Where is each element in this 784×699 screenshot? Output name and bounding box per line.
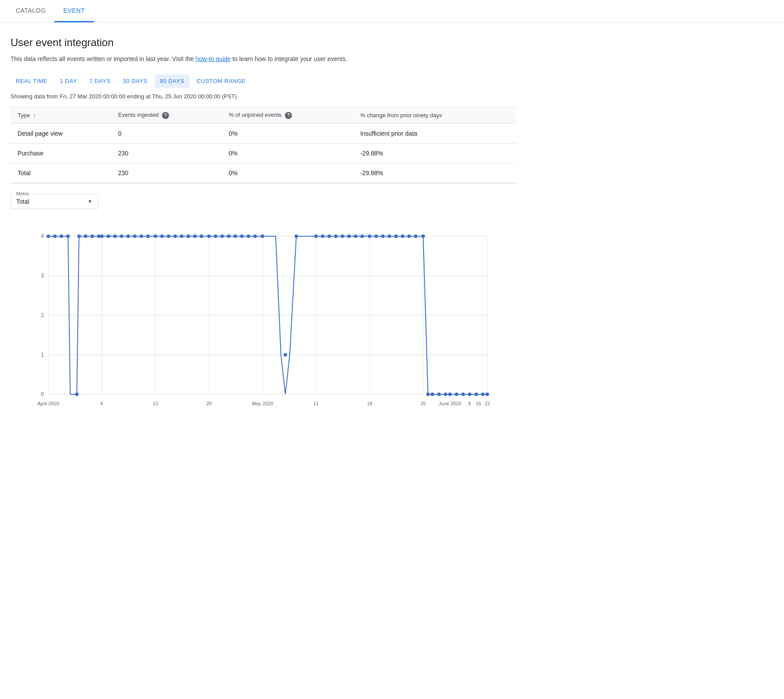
chart-dot bbox=[193, 234, 197, 238]
chart-dot bbox=[347, 234, 351, 238]
chart-dot bbox=[60, 234, 63, 238]
chart-dot bbox=[154, 234, 157, 238]
cell-change-0: Insufficient prior data bbox=[353, 123, 516, 143]
chart-dot bbox=[455, 393, 458, 396]
svg-text:June 2020: June 2020 bbox=[439, 401, 461, 406]
chart-dot bbox=[180, 234, 183, 238]
metric-label: Metric bbox=[14, 191, 31, 196]
svg-text:20: 20 bbox=[206, 401, 212, 406]
tab-1-day[interactable]: 1 DAY bbox=[54, 74, 82, 88]
chart-dot bbox=[448, 393, 452, 396]
metric-selected: Total bbox=[16, 198, 29, 205]
cell-unjoined-0: 0% bbox=[222, 123, 353, 143]
chart-dot bbox=[167, 234, 170, 238]
chart-dot bbox=[407, 234, 411, 238]
svg-text:18: 18 bbox=[367, 401, 372, 406]
chart-dot bbox=[146, 234, 150, 238]
chart-dot bbox=[107, 234, 110, 238]
time-range-tabs: REAL TIME 1 DAY 7 DAYS 30 DAYS 90 DAYS C… bbox=[11, 74, 516, 88]
chart-dot bbox=[341, 234, 344, 238]
chart-dot bbox=[207, 234, 211, 238]
chart-dot bbox=[97, 234, 101, 238]
svg-text:8: 8 bbox=[468, 401, 471, 406]
chart-dot bbox=[461, 393, 465, 396]
chart-dot bbox=[220, 234, 224, 238]
chart-container: 4 3 2 1 0 April 2020 6 13 20 May 2020 11… bbox=[11, 223, 516, 407]
chart-dot bbox=[133, 234, 137, 238]
chart-dot bbox=[247, 234, 250, 238]
help-icon-events[interactable]: ? bbox=[162, 112, 169, 119]
tab-30-days[interactable]: 30 DAYS bbox=[118, 74, 153, 88]
cell-type-1: Purchase bbox=[11, 143, 111, 163]
svg-text:4: 4 bbox=[41, 233, 44, 239]
chart-dot bbox=[160, 234, 164, 238]
chart-dot bbox=[481, 393, 485, 396]
svg-text:3: 3 bbox=[41, 273, 44, 279]
chart-dot bbox=[444, 393, 447, 396]
tab-real-time[interactable]: REAL TIME bbox=[11, 74, 53, 88]
metric-dropdown[interactable]: Metric Total ▼ bbox=[11, 194, 98, 209]
tab-event[interactable]: EVENT bbox=[54, 0, 94, 22]
chart-dot bbox=[120, 234, 123, 238]
col-pct-change: % change from prior ninety days bbox=[353, 107, 516, 124]
chart-dot bbox=[200, 234, 203, 238]
chart-dot bbox=[173, 234, 177, 238]
how-to-guide-link[interactable]: how-to guide bbox=[195, 55, 230, 62]
svg-text:6: 6 bbox=[101, 401, 103, 406]
chart-dot bbox=[354, 234, 357, 238]
svg-text:April 2020: April 2020 bbox=[37, 401, 59, 406]
cell-events-2: 230 bbox=[111, 163, 222, 183]
cell-type-2: Total bbox=[11, 163, 111, 183]
chart-dot bbox=[486, 393, 489, 396]
metric-value[interactable]: Total ▼ bbox=[16, 198, 93, 205]
cell-unjoined-1: 0% bbox=[222, 143, 353, 163]
table-row: Total 230 0% -29.88% bbox=[11, 163, 516, 183]
chart-dot bbox=[381, 234, 385, 238]
chart-dot bbox=[388, 234, 391, 238]
svg-text:1: 1 bbox=[41, 352, 44, 358]
chart-dot bbox=[437, 393, 441, 396]
svg-text:13: 13 bbox=[153, 401, 158, 406]
page-description: This data reflects all events written or… bbox=[11, 54, 516, 64]
tab-7-days[interactable]: 7 DAYS bbox=[84, 74, 116, 88]
svg-text:May 2020: May 2020 bbox=[252, 401, 273, 406]
svg-text:25: 25 bbox=[421, 401, 426, 406]
svg-text:11: 11 bbox=[313, 401, 319, 406]
chart-dot bbox=[327, 234, 331, 238]
chart-dot bbox=[321, 234, 324, 238]
cell-change-2: -29.88% bbox=[353, 163, 516, 183]
chart-dot bbox=[468, 393, 471, 396]
col-type: Type ↑ bbox=[11, 107, 111, 124]
help-icon-unjoined[interactable]: ? bbox=[285, 112, 292, 119]
svg-text:0: 0 bbox=[41, 391, 44, 397]
chart-dot bbox=[240, 234, 244, 238]
col-events-ingested: Events ingested ? bbox=[111, 107, 222, 124]
chart-dot bbox=[227, 234, 230, 238]
date-range-info: Showing data from Fri, 27 Mar 2020 00:00… bbox=[11, 93, 516, 100]
chart-dot bbox=[401, 234, 404, 238]
tab-custom-range[interactable]: CUSTOM RANGE bbox=[191, 74, 251, 88]
chart-dot bbox=[140, 234, 143, 238]
page-title: User event integration bbox=[11, 36, 516, 49]
cell-type-0: Detail page view bbox=[11, 123, 111, 143]
cell-unjoined-2: 0% bbox=[222, 163, 353, 183]
tab-catalog[interactable]: CATALOG bbox=[7, 0, 54, 22]
chart-dot bbox=[414, 234, 417, 238]
chart-dot bbox=[426, 393, 430, 396]
chart-dot bbox=[53, 234, 57, 238]
timezone: (PST) bbox=[222, 93, 237, 100]
col-pct-unjoined: % of unjoined events ? bbox=[222, 107, 353, 124]
tab-90-days[interactable]: 90 DAYS bbox=[155, 74, 190, 88]
chart-dot bbox=[394, 234, 398, 238]
chart-dot bbox=[77, 234, 81, 238]
chart-dot bbox=[84, 234, 87, 238]
svg-text:15: 15 bbox=[476, 401, 481, 406]
chart-dot bbox=[475, 393, 478, 396]
chart-dot bbox=[431, 393, 434, 396]
main-content: User event integration This data reflect… bbox=[0, 22, 527, 422]
chart-dot bbox=[47, 234, 50, 238]
sort-icon[interactable]: ↑ bbox=[33, 112, 36, 119]
table-header-row: Type ↑ Events ingested ? % of unjoined e… bbox=[11, 107, 516, 124]
chart-dot bbox=[261, 234, 264, 238]
chart-dot bbox=[314, 234, 318, 238]
